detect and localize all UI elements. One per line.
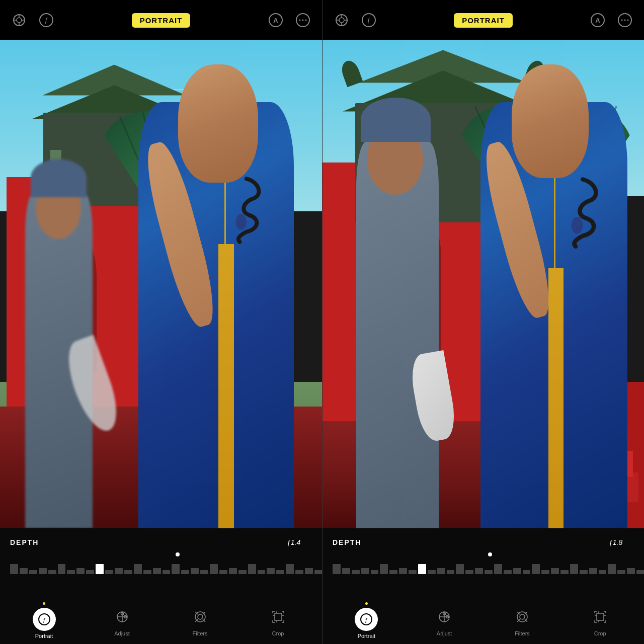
left-tab-adjust-label: Adjust <box>114 630 130 636</box>
svg-rect-71 <box>597 613 604 620</box>
left-tab-filters-label: Filters <box>193 630 208 636</box>
svg-text:ƒ: ƒ <box>367 17 371 24</box>
right-tab-portrait-dot <box>365 602 368 605</box>
left-tab-crop-label: Crop <box>272 630 284 636</box>
right-tabs-row: ƒ Portrait Adjust <box>323 599 644 644</box>
right-top-bar-right: A <box>589 11 634 29</box>
svg-point-57 <box>572 217 583 234</box>
left-tabs-row: ƒ Portrait Adjust <box>0 599 322 644</box>
left-tab-crop[interactable]: Crop <box>263 605 293 636</box>
right-tab-crop-label: Crop <box>594 630 606 636</box>
svg-text:ƒ: ƒ <box>43 616 46 623</box>
right-photo-area <box>323 40 644 528</box>
svg-point-1 <box>17 18 22 23</box>
left-depth-value: ƒ1.4 <box>287 538 312 546</box>
svg-point-51 <box>627 20 628 21</box>
left-tab-adjust[interactable]: Adjust <box>107 605 137 636</box>
left-tab-portrait[interactable]: ƒ Portrait <box>29 602 59 639</box>
svg-point-12 <box>302 20 303 21</box>
right-portrait-badge[interactable]: PORTRAIT <box>454 13 513 28</box>
left-tab-portrait-dot <box>43 602 45 605</box>
right-top-bar-left: ƒ <box>333 11 378 29</box>
svg-point-66 <box>520 614 525 619</box>
left-tab-filters[interactable]: Filters <box>185 605 215 636</box>
left-top-bar-right: A <box>267 11 312 29</box>
right-portrait-icon-wrap: ƒ <box>355 608 378 631</box>
right-depth-value: ƒ1.8 <box>609 538 634 546</box>
left-more-icon[interactable] <box>294 11 312 29</box>
right-tab-portrait[interactable]: ƒ Portrait <box>351 602 381 639</box>
right-tab-crop[interactable]: Crop <box>585 605 615 636</box>
left-filters-icon-wrap <box>189 605 212 628</box>
svg-rect-33 <box>275 613 282 620</box>
right-tab-adjust-label: Adjust <box>437 630 452 636</box>
left-portrait-icon-wrap: ƒ <box>33 608 56 631</box>
right-tab-portrait-label: Portrait <box>358 633 375 639</box>
left-aperture-icon[interactable] <box>10 11 28 29</box>
right-auto-icon[interactable]: A <box>589 11 607 29</box>
svg-point-50 <box>624 20 625 21</box>
svg-point-49 <box>621 20 622 21</box>
left-top-bar: ƒ PORTRAIT A <box>0 0 322 40</box>
right-aperture-icon[interactable] <box>333 11 351 29</box>
left-photo-area <box>0 40 322 528</box>
svg-text:A: A <box>273 17 278 24</box>
right-depth-row: DEPTH ƒ1.8 <box>323 534 644 550</box>
svg-point-11 <box>299 20 300 21</box>
right-tab-adjust[interactable]: Adjust <box>429 605 459 636</box>
right-slider-area[interactable] <box>323 550 644 578</box>
left-scene <box>0 40 322 528</box>
left-portrait-badge[interactable]: PORTRAIT <box>132 13 191 28</box>
left-depth-row: DEPTH ƒ1.4 <box>0 534 322 550</box>
right-crop-icon-wrap <box>589 605 612 628</box>
svg-point-19 <box>235 214 246 230</box>
svg-text:A: A <box>595 17 600 24</box>
left-top-bar-left: ƒ <box>10 11 55 29</box>
svg-point-39 <box>339 18 344 23</box>
right-adjust-icon-wrap <box>433 605 456 628</box>
right-scene <box>323 40 644 528</box>
left-depth-label: DEPTH <box>10 538 40 546</box>
svg-text:ƒ: ƒ <box>365 616 368 623</box>
left-auto-icon[interactable]: A <box>267 11 285 29</box>
left-adjust-icon-wrap <box>111 605 134 628</box>
svg-point-13 <box>305 20 306 21</box>
left-crop-icon-wrap <box>267 605 290 628</box>
left-tab-portrait-label: Portrait <box>35 633 53 639</box>
left-f-icon[interactable]: ƒ <box>37 11 55 29</box>
right-bottom-area: DEPTH ƒ1.8 <box>323 528 644 644</box>
left-bottom-area: DEPTH ƒ1.4 <box>0 528 322 644</box>
right-more-icon[interactable] <box>616 11 634 29</box>
right-depth-label: DEPTH <box>333 538 363 546</box>
right-filters-icon-wrap <box>511 605 534 628</box>
svg-text:ƒ: ƒ <box>45 17 48 24</box>
right-tab-filters-label: Filters <box>515 630 530 636</box>
right-f-icon[interactable]: ƒ <box>360 11 378 29</box>
left-panel: ƒ PORTRAIT A <box>0 0 322 644</box>
right-top-bar: ƒ PORTRAIT A <box>323 0 644 40</box>
right-panel: ƒ PORTRAIT A <box>322 0 644 644</box>
right-tab-filters[interactable]: Filters <box>507 605 537 636</box>
left-slider-area[interactable] <box>0 550 322 578</box>
svg-point-28 <box>198 614 203 619</box>
